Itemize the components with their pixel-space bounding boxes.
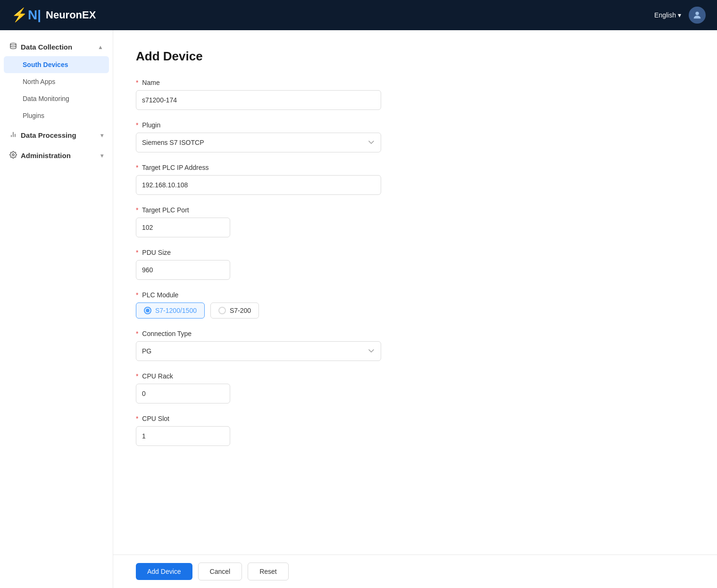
name-label: * Name: [136, 79, 694, 86]
plc-module-radio-group: S7-1200/1500 S7-200: [136, 302, 694, 319]
main-content: Add Device * Name * Plugin Siemens S7 IS…: [113, 30, 717, 588]
page-title: Add Device: [136, 49, 694, 64]
sidebar-section-data-processing: Data Processing ▾: [0, 126, 113, 144]
data-monitoring-item[interactable]: Data Monitoring: [0, 90, 113, 107]
connection-type-field-group: * Connection Type PG OP S7 Basic: [136, 330, 694, 361]
chevron-down-icon-admin: ▾: [100, 152, 103, 159]
cpu-slot-field-group: * CPU Slot: [136, 415, 694, 446]
south-devices-item[interactable]: South Devices: [4, 56, 109, 73]
pdu-size-label: * PDU Size: [136, 249, 694, 256]
plugin-select[interactable]: Siemens S7 ISOTCP Modbus TCP OPC-UA: [136, 133, 381, 152]
data-processing-label: Data Processing: [21, 131, 76, 139]
name-input[interactable]: [136, 90, 381, 110]
chevron-down-icon: ▾: [678, 11, 681, 19]
data-collection-label: Data Collection: [21, 43, 72, 51]
chevron-down-icon-processing: ▾: [100, 132, 103, 139]
name-field-group: * Name: [136, 79, 694, 110]
plc-port-label: * Target PLC Port: [136, 206, 694, 214]
database-icon: [9, 42, 17, 51]
reset-button[interactable]: Reset: [248, 563, 289, 580]
cpu-slot-label: * CPU Slot: [136, 415, 694, 422]
connection-type-label: * Connection Type: [136, 330, 694, 337]
sidebar-section-data-collection: Data Collection ▲ South Devices North Ap…: [0, 38, 113, 124]
radio-dot-s7-200: [218, 307, 226, 314]
sidebar-section-administration: Administration ▾: [0, 146, 113, 165]
settings-icon: [9, 151, 17, 160]
language-label: English: [654, 11, 676, 19]
language-selector[interactable]: English ▾: [654, 11, 681, 19]
sidebar-section-header-data-processing[interactable]: Data Processing ▾: [0, 126, 113, 144]
plc-ip-input[interactable]: [136, 175, 381, 195]
cancel-button[interactable]: Cancel: [198, 563, 242, 580]
cpu-slot-input[interactable]: [136, 426, 230, 446]
plugin-field-group: * Plugin Siemens S7 ISOTCP Modbus TCP OP…: [136, 121, 694, 152]
north-apps-item[interactable]: North Apps: [0, 73, 113, 90]
chart-icon: [9, 131, 17, 140]
plc-port-input[interactable]: [136, 218, 230, 237]
sidebar-section-header-data-collection[interactable]: Data Collection ▲: [0, 38, 113, 56]
plc-module-label: * PLC Module: [136, 291, 694, 299]
app-name: NeuronEX: [46, 9, 96, 21]
plugin-label: * Plugin: [136, 121, 694, 129]
administration-label: Administration: [21, 151, 71, 160]
radio-dot-s7-1200-1500: [144, 307, 151, 314]
logo-icon: ⚡N|: [11, 8, 41, 22]
app-logo: ⚡N| NeuronEX: [11, 8, 96, 22]
plc-port-field-group: * Target PLC Port: [136, 206, 694, 237]
svg-point-0: [695, 12, 699, 15]
pdu-size-field-group: * PDU Size: [136, 249, 694, 280]
svg-point-1: [10, 43, 16, 45]
plc-module-field-group: * PLC Module S7-1200/1500 S7-200: [136, 291, 694, 319]
connection-type-select[interactable]: PG OP S7 Basic: [136, 341, 381, 361]
app-header: ⚡N| NeuronEX English ▾: [0, 0, 717, 30]
plc-ip-field-group: * Target PLC IP Address: [136, 164, 694, 195]
plugins-item[interactable]: Plugins: [0, 107, 113, 124]
user-avatar[interactable]: [689, 7, 706, 24]
cpu-rack-label: * CPU Rack: [136, 372, 694, 380]
add-device-button[interactable]: Add Device: [136, 563, 192, 580]
header-right: English ▾: [654, 7, 706, 24]
radio-s7-200[interactable]: S7-200: [210, 302, 259, 319]
sidebar: Data Collection ▲ South Devices North Ap…: [0, 30, 113, 588]
pdu-size-input[interactable]: [136, 260, 230, 280]
svg-point-5: [12, 154, 14, 156]
bottom-action-bar: Add Device Cancel Reset: [113, 554, 717, 588]
cpu-rack-input[interactable]: [136, 384, 230, 403]
chevron-up-icon: ▲: [98, 44, 103, 50]
radio-s7-1200-1500[interactable]: S7-1200/1500: [136, 302, 205, 319]
cpu-rack-field-group: * CPU Rack: [136, 372, 694, 403]
plc-ip-label: * Target PLC IP Address: [136, 164, 694, 171]
sidebar-section-header-administration[interactable]: Administration ▾: [0, 146, 113, 165]
